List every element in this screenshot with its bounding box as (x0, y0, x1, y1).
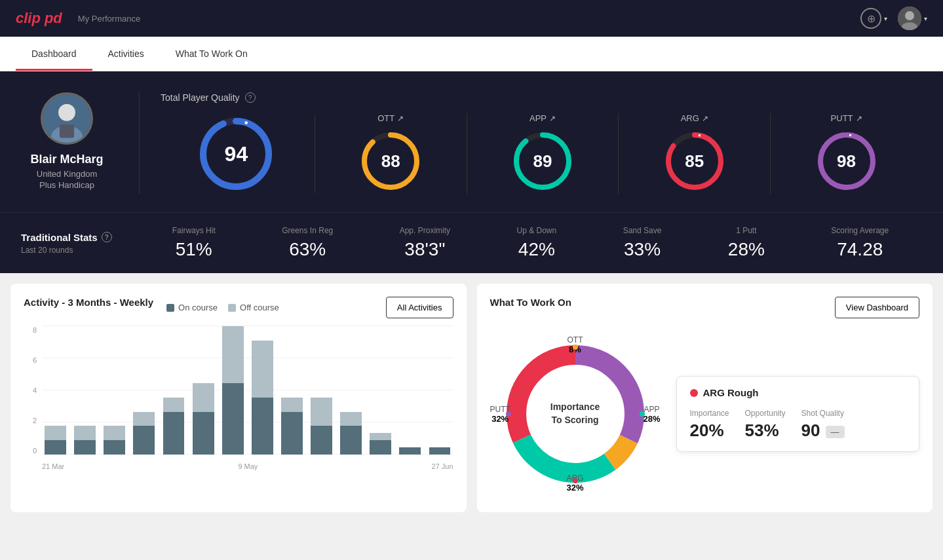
total-score-value: 94 (225, 141, 248, 166)
ts-proximity: App. Proximity 38'3" (400, 226, 450, 260)
on-course-dot (166, 304, 174, 312)
bar-on-1 (74, 440, 96, 455)
view-dashboard-button[interactable]: View Dashboard (835, 297, 919, 318)
bar-on-7 (252, 398, 273, 455)
add-button[interactable]: ⊕ (860, 8, 881, 29)
nav: Dashboard Activities What To Work On (0, 37, 943, 71)
bar-off-3 (133, 412, 155, 426)
app-segment-label: APP 28% (643, 405, 660, 424)
bar-off-8 (281, 398, 303, 412)
chart-legend: On course Off course (166, 303, 279, 312)
app-label: APP ↗ (529, 113, 556, 123)
putt-trend-icon: ↗ (856, 114, 862, 123)
svg-rect-6 (60, 124, 74, 138)
y-label-6: 6 (33, 356, 37, 364)
total-label: Total Player Quality ? (161, 92, 922, 103)
x-labels: 21 Mar 9 May 27 Jun (42, 462, 453, 470)
y-labels: 8 6 4 2 0 (24, 326, 37, 455)
detail-card-title: ARG Rough (690, 387, 906, 398)
y-label-2: 2 (33, 417, 37, 424)
add-chevron-icon: ▾ (884, 15, 887, 22)
tab-what-to-work-on[interactable]: What To Work On (160, 37, 263, 71)
ts-title: Traditional Stats ? (21, 232, 139, 243)
bar-on-3 (133, 426, 155, 455)
bar-group-9 (308, 326, 335, 455)
wtwo-content: ImportanceTo Scoring OTT 8% APP 28% ARG … (490, 329, 920, 499)
bar-on-4 (163, 412, 185, 455)
detail-opportunity: Opportunity 53% (745, 409, 786, 441)
bar-on-12 (399, 447, 421, 455)
logo-text2: pd (45, 10, 62, 27)
bar-on-8 (281, 412, 303, 455)
bar-on-10 (340, 426, 362, 455)
bar-on-13 (429, 447, 451, 455)
shot-quality-badge: — (826, 426, 845, 438)
app-trend-icon: ↗ (549, 114, 556, 123)
scores-section: Total Player Quality ? 94 OTT (139, 92, 922, 194)
ts-scoring: Scoring Average 74.28 (831, 226, 889, 260)
ts-info-icon[interactable]: ? (102, 232, 112, 242)
ott-score-value: 88 (381, 151, 400, 172)
bar-off-7 (252, 341, 273, 398)
bar-on-11 (370, 440, 391, 455)
putt-score-value: 98 (837, 151, 856, 172)
donut-chart-wrapper: ImportanceTo Scoring OTT 8% APP 28% ARG … (490, 329, 661, 499)
player-handicap: Plus Handicap (39, 180, 94, 190)
player-name: Blair McHarg (30, 153, 103, 166)
app-dot-indicator (640, 411, 645, 417)
header-right: ⊕ ▾ ▾ (860, 7, 927, 30)
avatar-chevron-icon: ▾ (924, 15, 927, 22)
arg-trend-icon: ↗ (702, 114, 708, 123)
bar-off-1 (74, 426, 96, 440)
chart-title: Activity - 3 Months - Weekly (24, 297, 153, 308)
total-info-icon[interactable]: ? (245, 92, 256, 103)
add-button-group[interactable]: ⊕ ▾ (860, 8, 887, 29)
bar-off-10 (340, 412, 362, 426)
bars-area (42, 326, 453, 455)
ts-subtitle: Last 20 rounds (21, 246, 139, 255)
avatar-group[interactable]: ▾ (898, 7, 927, 30)
bar-group-6 (220, 326, 246, 455)
putt-label: PUTT ↗ (831, 113, 862, 123)
detail-dot (690, 389, 698, 397)
svg-point-1 (905, 11, 914, 20)
detail-importance: Importance 20% (690, 409, 729, 441)
bar-off-11 (370, 433, 391, 440)
svg-point-4 (58, 104, 75, 121)
tab-dashboard[interactable]: Dashboard (16, 37, 92, 71)
bar-group-3 (130, 326, 157, 455)
bar-off-0 (45, 426, 66, 440)
bar-on-0 (45, 440, 66, 455)
ts-label-section: Traditional Stats ? Last 20 rounds (21, 232, 139, 255)
score-rings: 94 OTT ↗ 88 AP (161, 113, 922, 194)
bar-off-4 (163, 398, 185, 412)
activity-chart-panel: Activity - 3 Months - Weekly On course O… (10, 284, 467, 512)
logo-text: clip (16, 10, 41, 27)
bar-group-8 (279, 326, 305, 455)
logo: clippd (16, 10, 62, 27)
bar-on-5 (193, 412, 214, 455)
all-activities-button[interactable]: All Activities (386, 297, 453, 318)
bar-group-1 (71, 326, 98, 455)
bar-group-0 (42, 326, 69, 455)
app-ring: 89 (510, 128, 575, 194)
detail-shot-quality: Shot Quality 90 — (801, 409, 845, 441)
bar-off-5 (193, 383, 214, 412)
ott-dot-indicator (573, 345, 578, 350)
bar-group-2 (101, 326, 128, 455)
ts-fairways: Fairways Hit 51% (172, 226, 216, 260)
x-label-jun: 27 Jun (431, 462, 453, 470)
ott-trend-icon: ↗ (397, 114, 404, 123)
tab-activities[interactable]: Activities (92, 37, 160, 71)
bar-off-6 (222, 326, 244, 383)
bar-group-4 (160, 326, 187, 455)
wtwo-header: What To Work On View Dashboard (490, 297, 920, 318)
bar-group-12 (396, 326, 423, 455)
donut-center-text: ImportanceTo Scoring (550, 401, 600, 426)
player-card: Blair McHarg United Kingdom Plus Handica… (21, 92, 139, 194)
score-item-putt: PUTT ↗ 98 (771, 113, 922, 194)
ts-items: Fairways Hit 51% Greens In Reg 63% App. … (139, 226, 922, 260)
score-item-app: APP ↗ 89 (467, 113, 619, 194)
legend-off-course: Off course (228, 303, 279, 312)
bar-group-5 (190, 326, 217, 455)
